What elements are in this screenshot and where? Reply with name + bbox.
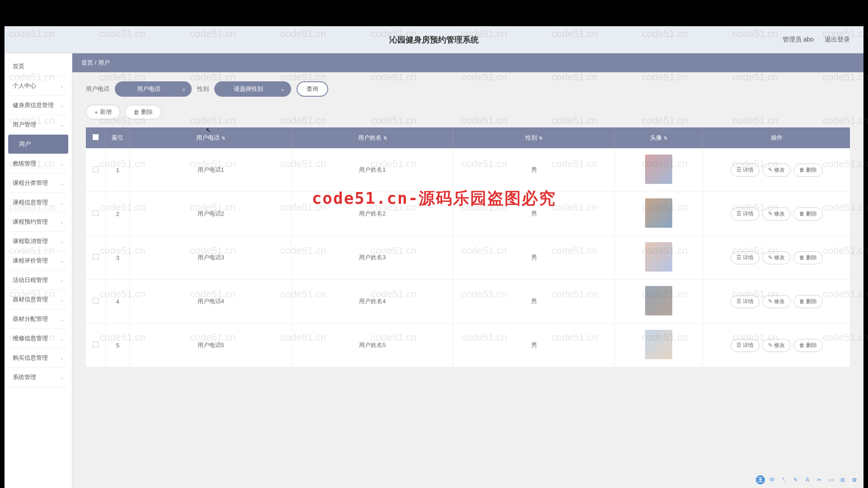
avatar[interactable] — [645, 286, 672, 315]
filter-phone-input[interactable]: 用户电话 ⌕ — [115, 81, 192, 97]
sidebar-item-label: 课程取消管理 — [13, 237, 48, 245]
row-checkbox[interactable] — [93, 254, 99, 260]
filter-gender-select[interactable]: 请选择性别 ⌄ — [214, 81, 291, 97]
tool-icon[interactable]: 王 — [756, 475, 765, 484]
sidebar-item-label: 活动日程管理 — [13, 276, 48, 284]
sidebar-item-label: 课程评价管理 — [13, 257, 48, 265]
sidebar-item[interactable]: 个人中心⌄ — [8, 76, 68, 96]
cell-index: 1 — [105, 148, 130, 192]
row-delete-button[interactable]: 🗑 删除 — [793, 339, 823, 352]
row-delete-button[interactable]: 🗑 删除 — [793, 164, 823, 177]
admin-label[interactable]: 管理员 abo — [783, 36, 814, 44]
edit-button[interactable]: ✎ 修改 — [762, 164, 791, 177]
tool-icon[interactable]: A — [803, 475, 812, 484]
row-delete-button[interactable]: 🗑 删除 — [793, 207, 823, 221]
detail-button[interactable]: ☰ 详情 — [731, 295, 760, 308]
filter-gender-label: 性别 — [197, 85, 209, 93]
delete-button[interactable]: 🗑 删除 — [125, 105, 161, 119]
trash-icon: 🗑 — [799, 254, 805, 261]
row-checkbox[interactable] — [93, 298, 99, 304]
sidebar-item[interactable]: 教练管理⌄ — [8, 154, 68, 174]
sidebar-item[interactable]: 器材信息管理⌄ — [8, 290, 68, 310]
cell-avatar — [615, 236, 703, 280]
avatar[interactable] — [645, 330, 672, 359]
sidebar-item[interactable]: 课程取消管理⌄ — [8, 232, 68, 251]
row-checkbox[interactable] — [93, 166, 99, 172]
tool-icon[interactable]: °, — [779, 475, 788, 484]
table-row: 5用户电话5用户姓名5男☰ 详情✎ 修改🗑 删除 — [86, 324, 850, 367]
avatar[interactable] — [645, 242, 672, 272]
add-button[interactable]: + 新增 — [86, 105, 120, 119]
avatar[interactable] — [645, 198, 672, 228]
col-name[interactable]: 用户姓名⇅ — [292, 127, 453, 148]
cell-avatar — [615, 192, 703, 236]
detail-button[interactable]: ☰ 详情 — [731, 339, 760, 352]
sort-icon: ⇅ — [222, 136, 225, 141]
cell-gender: 男 — [453, 192, 615, 236]
sidebar-item[interactable]: 活动日程管理⌄ — [8, 271, 68, 290]
sort-icon: ⇅ — [664, 136, 667, 141]
chevron-down-icon: ⌄ — [60, 122, 64, 127]
edit-button[interactable]: ✎ 修改 — [762, 251, 791, 264]
row-delete-button[interactable]: 🗑 删除 — [793, 295, 823, 308]
cell-gender: 男 — [453, 324, 615, 367]
sidebar-item[interactable]: 课程信息管理⌄ — [8, 193, 68, 212]
cell-gender: 男 — [453, 236, 615, 280]
sort-icon: ⇅ — [383, 136, 387, 141]
sidebar-item[interactable]: 课程评价管理⌄ — [8, 251, 68, 271]
edit-button[interactable]: ✎ 修改 — [762, 207, 791, 221]
sidebar-item[interactable]: 用户 — [8, 135, 68, 154]
chevron-down-icon: ⌄ — [60, 317, 64, 322]
select-all-checkbox[interactable] — [93, 134, 99, 140]
row-checkbox[interactable] — [93, 342, 99, 347]
tool-icon[interactable]: ▭ — [826, 475, 835, 484]
detail-button[interactable]: ☰ 详情 — [731, 207, 760, 221]
edit-icon: ✎ — [768, 211, 773, 217]
sidebar-item[interactable]: 健身房信息管理⌄ — [8, 96, 68, 115]
col-gender[interactable]: 性别⇅ — [453, 127, 615, 148]
sidebar-item-label: 维修信息管理 — [13, 334, 48, 343]
detail-button[interactable]: ☰ 详情 — [731, 164, 760, 177]
sidebar-item-label: 首页 — [13, 62, 24, 70]
tool-icon[interactable]: 中 — [768, 475, 777, 484]
edit-button[interactable]: ✎ 修改 — [762, 295, 791, 308]
sidebar-item[interactable]: 维修信息管理⌄ — [8, 329, 68, 348]
sidebar-item-label: 健身房信息管理 — [13, 101, 54, 109]
cell-name: 用户姓名3 — [292, 236, 453, 280]
sidebar-item[interactable]: 系统管理⌄ — [8, 368, 68, 387]
cell-name: 用户姓名5 — [292, 324, 453, 367]
detail-button[interactable]: ☰ 详情 — [731, 251, 760, 264]
row-delete-button[interactable]: 🗑 删除 — [793, 251, 823, 264]
sidebar: 首页 个人中心⌄健身房信息管理⌄用户管理⌄用户教练管理⌄课程分类管理⌄课程信息管… — [5, 53, 72, 488]
sidebar-item[interactable]: 课程分类管理⌄ — [8, 174, 68, 193]
action-bar: + 新增 🗑 删除 — [86, 105, 850, 119]
scissors-icon[interactable]: ✂ — [815, 475, 824, 484]
sidebar-item-label: 课程信息管理 — [13, 198, 48, 206]
cell-phone: 用户电话4 — [130, 280, 292, 324]
sidebar-item[interactable]: 购买信息管理⌄ — [8, 348, 68, 368]
sidebar-item[interactable]: 器材分配管理⌄ — [8, 310, 68, 329]
avatar[interactable] — [645, 155, 672, 184]
cell-name: 用户姓名4 — [292, 280, 453, 324]
edit-icon: ✎ — [768, 254, 773, 261]
logout-link[interactable]: 退出登录 — [825, 36, 850, 44]
breadcrumb-home[interactable]: 首页 — [81, 59, 93, 66]
sidebar-item[interactable]: 用户管理⌄ — [8, 115, 68, 135]
user-table: 索引 用户电话⇅ 用户姓名⇅ 性别⇅ 头像⇅ 操作 1用户电话1用户姓名1男☰ … — [86, 127, 850, 367]
tool-icon[interactable]: ⊞ — [838, 475, 847, 484]
sort-icon: ⇅ — [539, 136, 542, 141]
chevron-down-icon: ⌄ — [60, 336, 64, 341]
row-checkbox[interactable] — [93, 210, 99, 216]
sidebar-item-home[interactable]: 首页 — [8, 57, 68, 76]
cell-index: 2 — [105, 192, 130, 236]
col-avatar[interactable]: 头像⇅ — [615, 127, 703, 148]
edit-button[interactable]: ✎ 修改 — [762, 339, 791, 352]
bottom-toolbar: 王 中 °, ✎ A ✂ ▭ ⊞ ✿ — [756, 475, 859, 484]
gear-icon[interactable]: ✿ — [850, 475, 859, 484]
query-button[interactable]: 查询 — [297, 81, 328, 97]
pencil-icon[interactable]: ✎ — [791, 475, 800, 484]
trash-icon: 🗑 — [799, 342, 805, 348]
chevron-down-icon: ⌄ — [60, 258, 64, 263]
doc-icon: ☰ — [736, 298, 741, 305]
sidebar-item[interactable]: 课程预约管理⌄ — [8, 212, 68, 232]
